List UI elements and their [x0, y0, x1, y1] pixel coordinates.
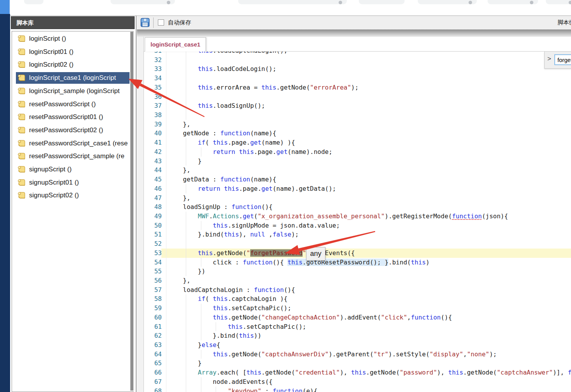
browser-tab-remnant [418, 0, 477, 4]
sidebar-item[interactable]: signupScript01 () [17, 177, 130, 188]
autosave-label: 自动保存 [168, 19, 191, 26]
code-text: Array.each( [this.getNode("credential"),… [168, 368, 571, 377]
script-icon [17, 61, 26, 69]
code-line[interactable]: 64 this.getNode("captchaAnswerDiv").getP… [144, 350, 571, 359]
code-line[interactable]: 46 return this.page.get(name).getData(); [144, 184, 571, 193]
sidebar-item[interactable]: loginScript02 () [17, 59, 130, 71]
code-line[interactable]: 62 }.bind(this)) [144, 331, 571, 340]
sidebar-item[interactable]: resetPasswordScript02 () [17, 124, 130, 136]
editor-tab[interactable]: loginScript_case1 [145, 37, 206, 52]
code-text: "keydown" : function(e){ [168, 387, 317, 392]
script-icon [17, 35, 26, 43]
code-line[interactable]: 60 this.getNode("changeCaptchaAction").a… [144, 313, 571, 322]
search-input[interactable] [554, 54, 571, 65]
sidebar-editor-divider [136, 16, 137, 392]
code-line[interactable]: 40 getNode : function(name){ [144, 129, 571, 138]
code-line[interactable]: 66 Array.each( [this.getNode("credential… [144, 368, 571, 377]
sidebar-item-label: loginScript02 () [29, 61, 73, 69]
sidebar-item[interactable]: resetPasswordScript01 () [17, 111, 130, 123]
sidebar-item[interactable]: loginScript_sample (loginScript [17, 85, 130, 97]
code-line[interactable]: 55 }) [144, 267, 571, 276]
chevron-right-icon[interactable]: > [547, 55, 551, 63]
code-line[interactable]: 57 loadCaptchaLogin : function(){ [144, 285, 571, 295]
code-line[interactable]: 37 this.loadSignUp(); [144, 101, 571, 111]
line-number: 54 [144, 258, 162, 267]
code-line[interactable]: 59 this.setCaptchaPic(); [144, 304, 571, 313]
code-line[interactable]: 65 } [144, 359, 571, 368]
code-text: return this.page.get(name).node; [168, 147, 332, 157]
autosave-checkbox[interactable] [158, 19, 164, 26]
code-line[interactable]: 58 if( this.captchaLogin ){ [144, 294, 571, 304]
code-line[interactable]: 53 this.getNode("forgetPassword").addEve… [144, 249, 571, 258]
script-library-title: 脚本库 [16, 19, 34, 26]
sidebar-item[interactable]: signupScript () [17, 164, 130, 175]
sidebar-item[interactable]: loginScript_case1 (loginScript [16, 72, 130, 84]
line-number: 58 [144, 294, 162, 304]
tab-close-icon[interactable] [469, 1, 472, 4]
code-line[interactable]: 45 getData : function(name){ [144, 175, 571, 184]
save-icon[interactable] [140, 17, 150, 28]
code-text: }else{ [168, 340, 220, 350]
code-line[interactable]: 35 this.errorArea = this.getNode("errorA… [144, 83, 571, 92]
line-number: 52 [144, 239, 162, 249]
code-line[interactable]: 50 this.signUpMode = json.data.value; [144, 221, 571, 230]
code-line[interactable]: 38 [144, 111, 571, 120]
code-line[interactable]: 63 }else{ [144, 340, 571, 350]
sidebar-item-label: resetPasswordScript_case1 (rese [29, 140, 128, 147]
code-line[interactable]: 54 click : function(){ this.gotoResetPas… [144, 258, 571, 267]
line-number: 32 [144, 55, 162, 65]
code-line[interactable]: 49 MWF.Actions.get("x_organization_assem… [144, 212, 571, 221]
sidebar-item-label: loginScript () [29, 35, 66, 43]
code-line[interactable]: 42 return this.page.get(name).node; [144, 147, 571, 157]
code-line[interactable]: 32 [144, 55, 571, 65]
sidebar-item[interactable]: loginScript () [17, 33, 130, 45]
sidebar-item-label: signupScript02 () [29, 192, 79, 199]
code-line[interactable]: 52 [144, 239, 571, 249]
sidebar-scrollbar[interactable] [130, 32, 133, 391]
line-number: 64 [144, 350, 162, 359]
code-text: this.getNode("changeCaptchaAction").addE… [168, 313, 452, 322]
line-number: 53 [144, 249, 162, 258]
tab-close-icon[interactable] [530, 1, 533, 4]
code-line[interactable]: 36 [144, 92, 571, 102]
code-line[interactable]: 47 }, [144, 193, 571, 203]
sidebar-item[interactable]: loginScript01 () [17, 46, 130, 58]
code-line[interactable]: 34 [144, 74, 571, 83]
line-number: 38 [144, 111, 162, 120]
sidebar-item[interactable]: resetPasswordScript_sample (re [17, 150, 130, 162]
code-editor[interactable]: 31 this.loadCaptchaLogin();3233 this.loa… [144, 37, 571, 392]
code-line[interactable]: 61 this.setCaptchaPic(); [144, 322, 571, 332]
sidebar-scrollbar-thumb[interactable] [130, 32, 133, 390]
code-line[interactable]: 68 "keydown" : function(e){ [144, 387, 571, 392]
sidebar-item-label: loginScript01 () [29, 48, 73, 56]
line-number: 44 [144, 166, 162, 175]
code-line[interactable]: 33 this.loadCodeLogin(); [144, 64, 571, 74]
script-icon [17, 74, 26, 82]
code-line[interactable]: 41 if( this.page.get(name) ){ [144, 138, 571, 147]
indent-guide [186, 74, 186, 83]
code-line[interactable]: 67 node.addEvents({ [144, 377, 571, 387]
type-hint-tooltip: any [306, 247, 325, 261]
code-line[interactable]: 44 }, [144, 166, 571, 175]
code-area[interactable]: 31 this.loadCaptchaLogin();3233 this.loa… [144, 37, 571, 392]
code-text: MWF.Actions.get("x_organization_assemble… [168, 212, 508, 221]
script-icon [17, 48, 26, 56]
script-icon [17, 179, 26, 187]
tab-close-icon[interactable] [167, 1, 170, 4]
code-line[interactable]: 48 loadSignUp : function(){ [144, 202, 571, 212]
code-line[interactable]: 56 }, [144, 276, 571, 285]
search-panel: > [544, 52, 571, 69]
line-number: 62 [144, 331, 162, 340]
code-line[interactable]: 43 } [144, 157, 571, 166]
sidebar-item[interactable]: signupScript02 () [17, 190, 130, 201]
browser-accent-square [0, 0, 10, 14]
sidebar-item[interactable]: resetPasswordScript_case1 (rese [17, 138, 130, 149]
code-text: } [168, 157, 202, 166]
sidebar-item[interactable]: resetPasswordScript () [17, 98, 130, 110]
line-number: 47 [144, 193, 162, 203]
tab-close-icon[interactable] [569, 1, 571, 4]
code-line[interactable]: 51 }.bind(this), null ,false); [144, 230, 571, 239]
code-line[interactable]: 39 }, [144, 120, 571, 129]
line-number: 45 [144, 175, 162, 184]
tab-close-icon[interactable] [339, 1, 342, 4]
